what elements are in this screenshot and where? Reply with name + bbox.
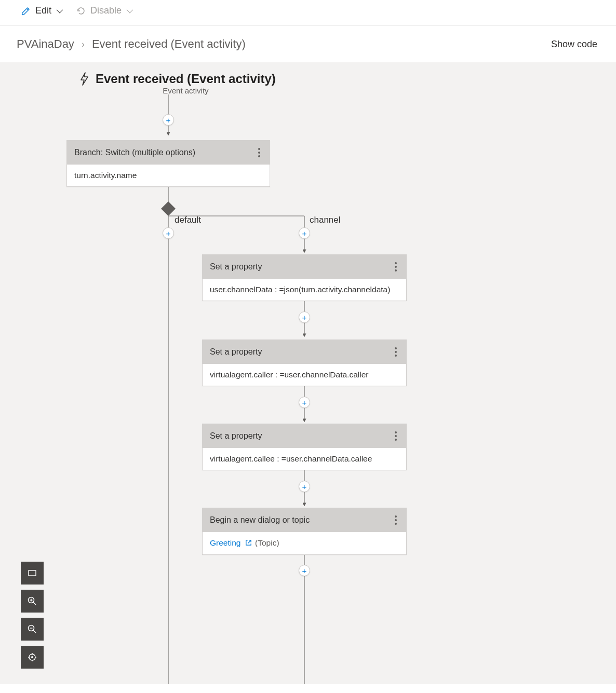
show-code-button[interactable]: Show code — [551, 39, 597, 50]
add-node-button[interactable]: + — [299, 565, 310, 576]
breadcrumb-root[interactable]: PVAinaDay — [17, 37, 74, 51]
set-property-node[interactable]: Set a property virtualagent.caller : =us… — [202, 339, 407, 386]
node-header: Set a property — [203, 424, 406, 448]
breadcrumb-row: PVAinaDay › Event received (Event activi… — [0, 26, 616, 62]
add-node-button[interactable]: + — [299, 397, 310, 408]
node-body: virtualagent.caller : =user.channelData.… — [203, 364, 406, 386]
add-node-button[interactable]: + — [163, 227, 174, 239]
edit-menu[interactable]: Edit — [21, 5, 61, 16]
flow-canvas[interactable]: Event received (Event activity) Event ac… — [0, 62, 616, 684]
recenter-button[interactable] — [21, 646, 44, 669]
svg-rect-0 — [29, 570, 36, 576]
node-header: Set a property — [203, 340, 406, 364]
set-property-node[interactable]: Set a property user.channelData : =json(… — [202, 254, 407, 301]
branch-default-label: default — [175, 215, 201, 225]
fit-view-button[interactable] — [21, 562, 44, 585]
node-title: Set a property — [210, 431, 262, 441]
add-node-button[interactable]: + — [299, 311, 310, 323]
add-node-button[interactable]: + — [299, 481, 310, 492]
zoom-toolbar — [21, 562, 44, 669]
trigger-subtitle: Event activity — [96, 86, 276, 95]
disable-menu[interactable]: Disable — [76, 5, 131, 16]
begin-dialog-node[interactable]: Begin a new dialog or topic Greeting (To… — [202, 508, 407, 555]
trigger-title: Event received (Event activity) — [96, 72, 276, 86]
node-body: virtualagent.callee : =user.channelData.… — [203, 448, 406, 470]
disable-label: Disable — [90, 5, 122, 16]
dialog-link[interactable]: Greeting — [210, 538, 240, 547]
open-external-icon — [245, 539, 252, 548]
node-title: Branch: Switch (multiple options) — [74, 148, 195, 157]
zoom-out-button[interactable] — [21, 618, 44, 641]
refresh-icon — [76, 6, 86, 16]
kebab-icon[interactable] — [393, 429, 399, 443]
kebab-icon[interactable] — [393, 345, 399, 359]
trigger-header: Event received (Event activity) Event ac… — [78, 72, 276, 95]
kebab-icon[interactable] — [393, 260, 399, 274]
node-header: Branch: Switch (multiple options) — [67, 141, 270, 165]
set-property-node[interactable]: Set a property virtualagent.callee : =us… — [202, 424, 407, 470]
edit-label: Edit — [35, 5, 51, 16]
node-body: Greeting (Topic) — [203, 532, 406, 554]
lightning-icon — [78, 72, 90, 86]
zoom-in-button[interactable] — [21, 590, 44, 613]
kebab-icon[interactable] — [256, 146, 262, 159]
pencil-icon — [21, 6, 31, 16]
node-title: Set a property — [210, 262, 262, 271]
branch-channel-label: channel — [310, 215, 341, 225]
node-title: Set a property — [210, 347, 262, 357]
chevron-down-icon — [57, 7, 63, 13]
dialog-type: (Topic) — [255, 538, 279, 547]
breadcrumb-page: Event received (Event activity) — [92, 37, 246, 51]
toolbar: Edit Disable — [0, 0, 616, 26]
switch-node[interactable]: Branch: Switch (multiple options) turn.a… — [66, 140, 270, 187]
svg-point-3 — [31, 656, 33, 658]
node-header: Begin a new dialog or topic — [203, 508, 406, 532]
kebab-icon[interactable] — [393, 513, 399, 527]
node-body: turn.activity.name — [67, 165, 270, 186]
chevron-down-icon — [127, 7, 133, 13]
chevron-right-icon: › — [82, 39, 85, 50]
node-body: user.channelData : =json(turn.activity.c… — [203, 279, 406, 301]
add-node-button[interactable]: + — [299, 227, 310, 239]
breadcrumb: PVAinaDay › Event received (Event activi… — [17, 37, 246, 51]
node-title: Begin a new dialog or topic — [210, 515, 310, 525]
add-node-button[interactable]: + — [163, 114, 174, 126]
node-header: Set a property — [203, 255, 406, 279]
